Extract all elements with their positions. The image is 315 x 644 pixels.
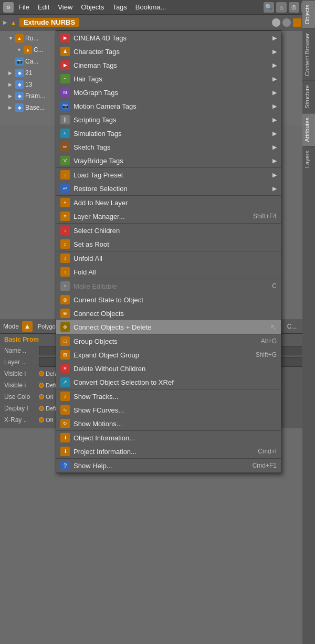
menu-restore-selection[interactable]: ↩ Restore Selection ▶ xyxy=(56,182,281,195)
load-tag-preset-icon: ↓ xyxy=(60,170,70,180)
menu-file[interactable]: File xyxy=(15,2,33,12)
tab-content-browser[interactable]: Content Browser xyxy=(302,28,315,80)
menu-motion-camera-tags[interactable]: 📷 Motion Camera Tags ▶ xyxy=(56,99,281,113)
menu-convert-xref[interactable]: ↗ Convert Object Selection to XRef xyxy=(56,375,281,389)
menu-layer-manager[interactable]: ≡ Layer Manager... Shift+F4 xyxy=(56,209,281,223)
menu-edit[interactable]: Edit xyxy=(34,2,53,12)
radio-circle xyxy=(39,417,44,423)
menu-show-motions[interactable]: ↻ Show Motions... xyxy=(56,417,281,430)
menu-vraybridge-tags[interactable]: V VrayBridge Tags ▶ xyxy=(56,154,281,167)
menu-shortcut-expand: Shift+G xyxy=(256,351,277,358)
tab-objects[interactable]: Objects xyxy=(302,0,315,28)
menu-set-as-root[interactable]: ⌂ Set as Root xyxy=(56,237,281,251)
unfold-all-icon: ↕ xyxy=(60,254,70,263)
menu-unfold-all[interactable]: ↕ Unfold All xyxy=(56,251,281,265)
menu-fold-all[interactable]: ↕ Fold All xyxy=(56,265,281,279)
layer-manager-icon: ≡ xyxy=(60,212,70,221)
menu-item-label: Expand Object Group xyxy=(74,351,252,359)
cineman-tags-icon: ▶ xyxy=(60,60,70,70)
tag-icon[interactable] xyxy=(293,18,301,27)
menu-tags[interactable]: Tags xyxy=(109,2,130,12)
menu-view[interactable]: View xyxy=(54,2,76,12)
cursor-indicator: ↖ xyxy=(270,323,277,331)
tab-coord[interactable]: C... xyxy=(283,322,301,331)
menu-load-tag-preset[interactable]: ↓ Load Tag Preset ▶ xyxy=(56,168,281,182)
convert-xref-icon: ↗ xyxy=(60,377,70,387)
show-tracks-icon: ♪ xyxy=(60,392,70,401)
make-editable-icon: ✦ xyxy=(60,281,70,291)
context-menu: ▶ CINEMA 4D Tags ▶ ♟ Character Tags ▶ ▶ … xyxy=(56,30,281,473)
search-icon[interactable]: 🔍 xyxy=(264,2,274,13)
menu-expand-object-group[interactable]: ⊞ Expand Object Group Shift+G xyxy=(56,348,281,362)
menu-connect-objects-delete[interactable]: ⊗ Connect Objects + Delete ↖ xyxy=(56,320,281,334)
menu-cineman-tags[interactable]: ▶ Cineman Tags ▶ xyxy=(56,58,281,72)
menu-project-information[interactable]: ℹ Project Information... Cmd+I xyxy=(56,445,281,458)
menu-show-help[interactable]: ? Show Help... Cmd+F1 xyxy=(56,459,281,472)
project-information-icon: ℹ xyxy=(60,447,70,456)
menu-group-objects[interactable]: □ Group Objects Alt+G xyxy=(56,334,281,348)
menu-objects[interactable]: Objects xyxy=(77,2,108,12)
menu-scripting-tags[interactable]: {} Scripting Tags ▶ xyxy=(56,113,281,126)
menu-item-label: Simulation Tags xyxy=(74,130,269,138)
menu-section-group: □ Group Objects Alt+G ⊞ Expand Object Gr… xyxy=(56,334,281,389)
menu-shortcut-group: Alt+G xyxy=(261,337,277,345)
show-help-icon: ? xyxy=(60,461,70,470)
radio-off3[interactable]: Off xyxy=(39,394,53,400)
object-title: Extrude NURBS xyxy=(19,18,79,27)
menu-select-children[interactable]: ↓ Select Children xyxy=(56,224,281,237)
submenu-arrow: ▶ xyxy=(272,89,277,96)
show-motions-icon: ↻ xyxy=(60,419,70,428)
app-icon: ⚙ xyxy=(3,2,14,13)
menu-bookmarks[interactable]: Bookma... xyxy=(132,2,170,12)
menu-item-label: Show Motions... xyxy=(74,420,277,428)
camera-icon[interactable]: ◎ xyxy=(289,2,299,13)
cinema4d-tags-icon: ▶ xyxy=(60,33,70,43)
set-as-root-icon: ⌂ xyxy=(60,239,70,249)
menu-show-tracks[interactable]: ♪ Show Tracks... xyxy=(56,389,281,403)
menu-shortcut-layer: Shift+F4 xyxy=(253,213,277,220)
visibility-icon-1[interactable] xyxy=(272,18,280,27)
menu-item-label: CINEMA 4D Tags xyxy=(74,34,269,42)
attr-label-display: Display l xyxy=(4,405,36,412)
menu-item-label: Delete Without Children xyxy=(74,365,277,373)
menu-item-label: Set as Root xyxy=(74,240,277,248)
fold-all-icon: ↕ xyxy=(60,267,70,277)
tab-attributes[interactable]: Attributes xyxy=(302,113,315,146)
object-information-icon: ℹ xyxy=(60,433,70,442)
mograph-tags-icon: M xyxy=(60,88,70,97)
attr-label-layer: Layer .. xyxy=(4,358,36,366)
menu-hair-tags[interactable]: ~ Hair Tags ▶ xyxy=(56,72,281,86)
home-icon[interactable]: ⌂ xyxy=(276,2,287,13)
menu-sketch-tags[interactable]: ✏ Sketch Tags ▶ xyxy=(56,140,281,154)
menu-connect-objects[interactable]: ⊕ Connect Objects xyxy=(56,307,281,320)
visibility-icon-2[interactable] xyxy=(282,18,291,27)
menu-show-fcurves[interactable]: ∿ Show FCurves... xyxy=(56,403,281,417)
submenu-arrow: ▶ xyxy=(272,103,277,110)
connect-objects-delete-icon: ⊗ xyxy=(60,322,70,332)
menu-section-layer: + Add to New Layer ≡ Layer Manager... Sh… xyxy=(56,196,281,224)
menu-item-label: Add to New Layer xyxy=(74,199,277,207)
menu-object-information[interactable]: ℹ Object Information... xyxy=(56,431,281,445)
tree-arrow: ▼ xyxy=(17,47,22,52)
mode-icon[interactable]: ▲ xyxy=(22,321,33,332)
menu-make-editable: ✦ Make Editable C xyxy=(56,279,281,293)
attr-label-name: Name .. xyxy=(4,347,36,354)
object-manager-header: ▶ ▲ Extrude NURBS xyxy=(0,15,315,30)
menu-cinema4d-tags[interactable]: ▶ CINEMA 4D Tags ▶ xyxy=(56,31,281,45)
radio-off5[interactable]: Off xyxy=(39,417,53,423)
menu-simulation-tags[interactable]: ≈ Simulation Tags ▶ xyxy=(56,126,281,140)
object-icon-13: ◆ xyxy=(15,80,24,89)
menu-character-tags[interactable]: ♟ Character Tags ▶ xyxy=(56,45,281,58)
radio-circle xyxy=(39,406,44,411)
tree-arrow: ▶ xyxy=(8,82,14,87)
menu-item-label: Project Information... xyxy=(74,448,254,456)
add-to-new-layer-icon: + xyxy=(60,198,70,207)
menu-add-to-new-layer[interactable]: + Add to New Layer xyxy=(56,196,281,209)
menu-current-state-to-object[interactable]: ◎ Current State to Object xyxy=(56,293,281,307)
menu-delete-without-children[interactable]: ✕ Delete Without Children xyxy=(56,362,281,375)
tab-structure[interactable]: Structure xyxy=(302,80,315,113)
menu-mograph-tags[interactable]: M MoGraph Tags ▶ xyxy=(56,86,281,99)
scripting-tags-icon: {} xyxy=(60,115,70,124)
tab-layers[interactable]: Layers xyxy=(302,146,315,172)
radio-circle xyxy=(39,394,44,399)
